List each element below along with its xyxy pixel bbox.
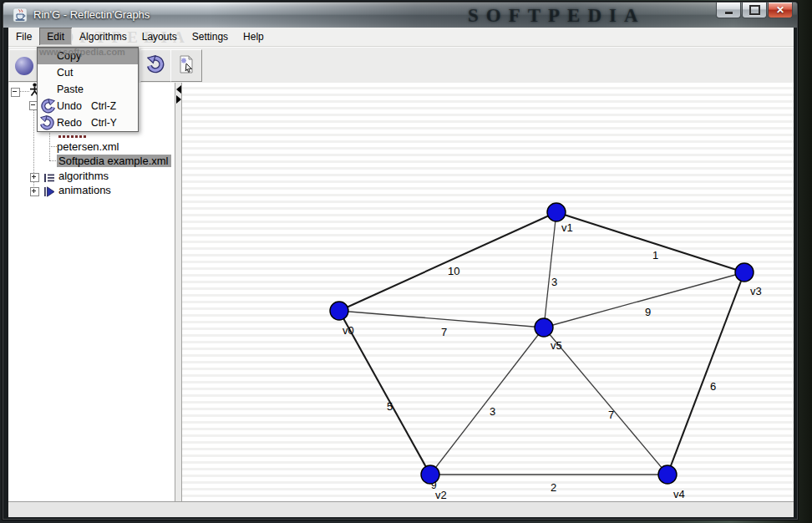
caption-buttons: ✕ <box>716 3 793 18</box>
maximize-icon <box>749 5 760 15</box>
split-divider[interactable] <box>175 83 182 501</box>
vertex-label-v4: v4 <box>673 488 685 500</box>
menu-item-redo[interactable]: RedoCtrl-Y <box>38 114 138 131</box>
expand-right-icon[interactable] <box>176 95 181 104</box>
titlebar-watermark: SOFTPEDIA <box>468 5 646 27</box>
menu-item-cut[interactable]: Cut <box>38 64 138 81</box>
menu-algorithms[interactable]: Algorithms <box>72 28 134 45</box>
vertex-tool-button[interactable] <box>8 49 40 82</box>
edge-weight-v0-v2: 5 <box>387 400 393 413</box>
menu-item-shortcut: Ctrl-Y <box>91 117 117 129</box>
edge-weight-v1-v3: 1 <box>652 249 658 262</box>
paste-graph-button[interactable] <box>170 49 202 82</box>
tree-item-softpedia-example-xml[interactable]: Softpedia example.xml <box>57 155 171 167</box>
edge-weight-v3-v4: 6 <box>710 380 716 393</box>
menu-item-label: Paste <box>57 84 84 95</box>
edge-weight-v2-v4: 2 <box>551 481 556 494</box>
menu-help[interactable]: Help <box>236 28 272 45</box>
menu-item-label: Redo <box>57 117 82 129</box>
redo-button[interactable] <box>140 49 172 82</box>
tree-animations-toggle[interactable] <box>30 187 39 196</box>
titlebar[interactable]: SOFTPEDIA Rin'G - Reflectin'Graphs ✕ <box>3 3 797 28</box>
menu-item-label: Copy <box>57 50 81 62</box>
edge-weight-v5-v3: 9 <box>645 306 651 318</box>
edge-weight-v5-v2: 3 <box>490 405 495 418</box>
edge-v5-v2[interactable] <box>430 328 544 475</box>
edge-weight-v5-v4: 7 <box>608 409 614 421</box>
menu-file[interactable]: File <box>8 28 39 45</box>
menu-item-undo[interactable]: UndoCtrl-Z <box>38 98 138 114</box>
close-icon: ✕ <box>776 5 784 15</box>
edge-v5-v4[interactable] <box>544 328 667 475</box>
desktop: SOFTPEDIA Rin'G - Reflectin'Graphs ✕ SOF… <box>0 0 812 523</box>
menu-item-shortcut: Ctrl-Z <box>91 100 116 112</box>
menu-item-copy[interactable]: Copy <box>38 48 138 64</box>
vertex-label-v0: v0 <box>343 324 354 337</box>
tree-connector <box>49 146 57 147</box>
undo-icon <box>38 99 57 114</box>
java-cup-icon <box>13 8 28 23</box>
edge-weight-v0-v1: 10 <box>448 265 459 277</box>
project-tree-panel[interactable]: petersen.xmlSoftpedia example.xml algori… <box>8 83 175 501</box>
tree-item-petersen-xml[interactable]: petersen.xml <box>57 140 119 153</box>
vertex-label-v1: v1 <box>561 221 573 234</box>
status-bar <box>8 501 794 517</box>
edge-v0-v1[interactable] <box>339 212 556 311</box>
menu-layouts[interactable]: Layouts <box>134 28 185 45</box>
edge-v0-v5[interactable] <box>339 311 544 328</box>
vertex-label-v3: v3 <box>750 285 762 297</box>
edge-v5-v3[interactable] <box>544 272 744 328</box>
tree-item-partially-hidden[interactable] <box>58 135 87 138</box>
edge-v1-v3[interactable] <box>556 212 744 272</box>
play-icon <box>43 185 55 201</box>
minimize-icon <box>725 12 733 14</box>
menu-item-label: Undo <box>57 100 82 112</box>
graph-svg: 107531937629v0v1v2v3v4v5 <box>182 83 794 501</box>
collapse-left-icon[interactable] <box>176 85 181 94</box>
window-title: Rin'G - Reflectin'Graphs <box>33 8 150 21</box>
tree-connector <box>49 160 56 161</box>
vertex-v2[interactable] <box>421 465 439 484</box>
vertex-v5[interactable] <box>535 318 553 337</box>
redo-icon <box>38 115 57 130</box>
tree-root-toggle[interactable] <box>11 88 20 97</box>
redo-icon <box>147 55 165 77</box>
vertex-v3[interactable] <box>735 263 754 282</box>
main-area: petersen.xmlSoftpedia example.xml algori… <box>8 83 794 501</box>
tree-item-algorithms[interactable]: algorithms <box>58 170 109 182</box>
menu-edit[interactable]: Edit <box>39 28 72 45</box>
edge-weight-v1-v5: 3 <box>551 276 557 288</box>
vertex-v4[interactable] <box>658 465 677 484</box>
menu-settings[interactable]: Settings <box>185 28 236 45</box>
tree-algorithms-toggle[interactable] <box>30 173 39 182</box>
sphere-icon <box>15 57 33 75</box>
menu-item-label: Cut <box>57 67 73 79</box>
tree-item-animations[interactable]: animations <box>58 184 111 196</box>
list-icon <box>43 171 55 186</box>
menu-item-paste[interactable]: Paste <box>38 81 138 98</box>
edit-menu-popup: CopyCutPaste UndoCtrl-Z RedoCtrl-Y <box>37 47 139 132</box>
menu-bar: SOFTPEDIA FileEditAlgorithmsLayoutsSetti… <box>8 28 794 47</box>
edge-v1-v5[interactable] <box>544 212 556 328</box>
edge-weight-v0-v5: 7 <box>441 326 447 338</box>
maximize-button[interactable] <box>742 3 767 18</box>
close-button[interactable]: ✕ <box>768 3 793 18</box>
minimize-button[interactable] <box>716 3 741 18</box>
vertex-label-v5: v5 <box>551 339 562 352</box>
vertex-v0[interactable] <box>330 302 348 320</box>
tree-connector <box>19 91 29 92</box>
vertex-v1[interactable] <box>547 203 566 221</box>
document-paste-icon <box>177 54 195 78</box>
edge-v3-v4[interactable] <box>667 272 744 475</box>
vertex-label-v2: v2 <box>435 489 447 501</box>
graph-canvas[interactable]: 107531937629v0v1v2v3v4v5 <box>182 83 794 501</box>
